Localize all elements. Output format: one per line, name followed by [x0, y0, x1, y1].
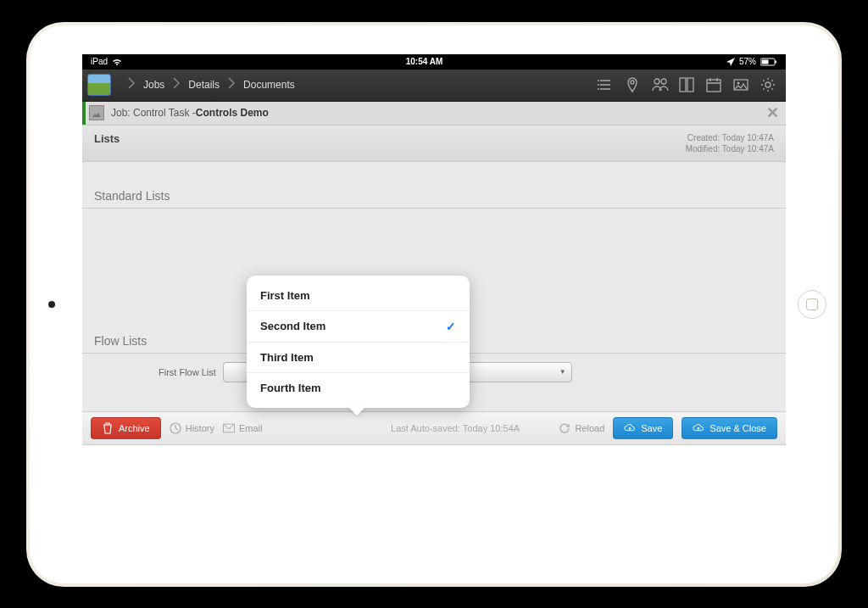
svg-point-13	[737, 82, 740, 85]
clock-icon	[170, 422, 181, 434]
svg-rect-1	[761, 59, 768, 64]
chevron-right-icon	[128, 77, 135, 92]
pop-item-second[interactable]: Second Item ✓	[247, 311, 470, 343]
people-icon[interactable]	[652, 77, 667, 92]
job-title-bold: Controls Demo	[196, 107, 269, 119]
checkmark-icon: ✓	[446, 320, 456, 333]
email-label: Email	[239, 423, 263, 433]
created-value: Today 10:47A	[722, 133, 774, 142]
first-flow-list-label: First Flow List	[159, 367, 216, 377]
svg-point-6	[631, 81, 634, 84]
status-strip	[82, 102, 86, 125]
carrier-label: iPad	[91, 57, 108, 66]
list-icon[interactable]	[598, 77, 613, 92]
svg-point-3	[598, 80, 599, 81]
location-icon	[726, 58, 735, 66]
svg-rect-11	[707, 80, 721, 92]
pop-item-label: Fourth Item	[260, 382, 321, 394]
history-label: History	[186, 423, 214, 433]
app-logo-icon[interactable]	[87, 74, 111, 96]
reload-icon	[559, 422, 570, 434]
calendar-icon[interactable]	[706, 77, 721, 92]
battery-percent: 57%	[739, 57, 756, 66]
archive-label: Archive	[119, 423, 150, 433]
modified-value: Today 10:47A	[722, 144, 774, 153]
archive-button[interactable]: Archive	[91, 417, 161, 439]
ipad-camera	[48, 301, 55, 308]
status-time: 10:54 AM	[406, 57, 443, 66]
svg-rect-10	[687, 78, 693, 92]
second-flow-list-select[interactable]	[453, 362, 572, 382]
pop-item-label: Third Item	[260, 351, 314, 364]
pop-item-label: Second Item	[260, 320, 326, 332]
pop-item-label: First Item	[260, 289, 310, 302]
trash-icon	[102, 422, 114, 434]
svg-point-14	[765, 82, 771, 87]
app-nav-bar: Jobs Details Documents	[82, 70, 786, 102]
map-pin-icon[interactable]	[625, 77, 640, 92]
cloud-upload-icon	[693, 422, 704, 434]
mail-icon	[223, 422, 235, 434]
svg-point-5	[598, 88, 599, 90]
lists-header: Lists Created: Today 10:47A Modified: To…	[82, 126, 786, 162]
modified-label: Modified:	[686, 144, 721, 153]
chevron-right-icon	[173, 77, 180, 92]
cloud-upload-icon	[624, 422, 636, 434]
reload-label: Reload	[575, 423, 604, 433]
pop-item-first[interactable]: First Item	[247, 281, 470, 311]
pop-item-third[interactable]: Third Item	[247, 343, 470, 373]
wifi-icon	[112, 58, 122, 66]
save-close-button[interactable]: Save & Close	[682, 417, 777, 439]
ipad-home-button[interactable]	[798, 290, 826, 319]
action-bar: Archive History	[82, 411, 786, 445]
close-icon[interactable]: ✕	[766, 103, 779, 122]
history-button[interactable]: History	[170, 422, 214, 434]
pop-item-fourth[interactable]: Fourth Item	[247, 373, 470, 403]
image-icon[interactable]	[733, 77, 748, 92]
gear-icon[interactable]	[760, 77, 776, 92]
svg-rect-2	[775, 60, 776, 63]
chevron-right-icon	[228, 77, 235, 92]
ipad-frame: iPad 10:54 AM 57%	[26, 22, 842, 587]
save-label: Save	[641, 423, 662, 433]
ios-status-bar: iPad 10:54 AM 57%	[82, 54, 786, 70]
job-title-prefix: Job: Control Task -	[111, 107, 196, 119]
breadcrumb-documents[interactable]: Documents	[243, 79, 295, 91]
svg-point-4	[598, 84, 599, 86]
svg-rect-9	[680, 78, 686, 92]
svg-point-7	[654, 79, 659, 84]
list-picker-popover: First Item Second Item ✓ Third Item Four…	[247, 276, 470, 408]
save-button[interactable]: Save	[613, 417, 673, 439]
standard-lists-section-label: Standard Lists	[82, 179, 786, 209]
forms-icon[interactable]	[679, 77, 694, 92]
created-label: Created:	[687, 133, 720, 142]
screen: iPad 10:54 AM 57%	[82, 54, 786, 555]
save-close-label: Save & Close	[709, 423, 766, 433]
email-button[interactable]: Email	[223, 422, 263, 434]
reload-button[interactable]: Reload	[559, 422, 604, 434]
svg-point-8	[661, 79, 666, 84]
battery-icon	[760, 58, 777, 66]
lists-title: Lists	[94, 132, 120, 145]
breadcrumb-jobs[interactable]: Jobs	[143, 79, 164, 91]
photo-placeholder-icon	[89, 105, 104, 120]
autosave-status: Last Auto-saved: Today 10:54A	[391, 423, 520, 433]
job-sub-header: Job: Control Task - Controls Demo ✕	[82, 102, 786, 126]
breadcrumb-details[interactable]: Details	[188, 79, 220, 91]
